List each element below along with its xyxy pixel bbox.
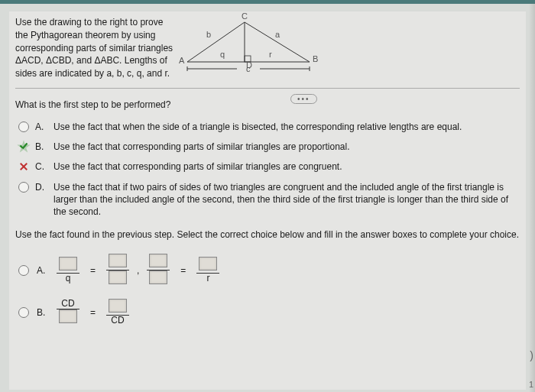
- fraction-num: CD: [59, 299, 76, 309]
- svg-line-1: [187, 22, 245, 62]
- option-D[interactable]: D. Use the fact that if two pairs of sid…: [18, 181, 520, 219]
- cross-icon: [18, 161, 29, 172]
- triangle-diagram: A B C D b a q r c: [183, 16, 336, 73]
- answer-box[interactable]: [59, 257, 77, 271]
- fraction-den: r: [204, 274, 212, 283]
- option-text: Use the fact that if two pairs of sides …: [54, 181, 520, 219]
- option-letter: B.: [37, 307, 49, 318]
- answer-box[interactable]: [199, 257, 217, 271]
- equals: =: [90, 265, 96, 276]
- right-edge-shadow: [529, 4, 535, 392]
- label-r: r: [269, 50, 272, 59]
- answer-box[interactable]: [149, 254, 167, 267]
- option-letter: B.: [35, 141, 47, 153]
- fraction-den: q: [63, 274, 73, 283]
- label-A: A: [179, 56, 184, 65]
- fraction-option-B[interactable]: B. CD = CD: [18, 299, 520, 326]
- equals: =: [180, 265, 186, 276]
- label-c: c: [246, 64, 251, 73]
- option-C[interactable]: C. Use the fact that corresponding parts…: [18, 160, 520, 173]
- fraction: CD: [106, 299, 129, 326]
- answer-box[interactable]: [109, 271, 127, 284]
- fraction-option-A[interactable]: A. q = , = r: [18, 254, 520, 287]
- answer-box[interactable]: [109, 254, 127, 267]
- option-letter: A.: [35, 121, 47, 133]
- fraction-den: CD: [109, 316, 126, 326]
- label-b: b: [206, 30, 211, 39]
- edge-paren: ): [530, 349, 533, 361]
- fraction: [106, 254, 129, 287]
- option-letter: A.: [37, 265, 49, 276]
- more-dots-pill[interactable]: •••: [290, 94, 317, 104]
- option-B[interactable]: B. Use the fact that corresponding parts…: [18, 141, 520, 153]
- label-B: B: [313, 54, 318, 63]
- comma: ,: [137, 265, 139, 276]
- option-letter: C.: [35, 160, 47, 173]
- radio-icon: [18, 307, 29, 318]
- corner-number: 1: [529, 380, 533, 389]
- answer-box[interactable]: [149, 271, 167, 284]
- radio-icon: [18, 121, 29, 132]
- option-text: Use the fact that when the side of a tri…: [54, 121, 520, 133]
- check-icon: [18, 141, 29, 152]
- instruction-2: Use the fact found in the previous step.…: [15, 228, 520, 241]
- equals: =: [90, 307, 96, 318]
- intro-text: Use the drawing to the right to prove th…: [15, 16, 176, 80]
- fraction: q: [57, 257, 79, 283]
- fraction: CD: [57, 299, 79, 326]
- label-q: q: [220, 50, 225, 59]
- option-A[interactable]: A. Use the fact that when the side of a …: [18, 121, 520, 133]
- svg-line-2: [245, 22, 310, 62]
- radio-icon: [18, 182, 29, 193]
- answer-box[interactable]: [109, 299, 127, 313]
- question-1: What is the first step to be performed?: [15, 99, 520, 110]
- option-text: Use the fact that corresponding parts of…: [54, 160, 520, 173]
- radio-icon: [18, 265, 29, 276]
- label-a: a: [275, 30, 280, 39]
- label-C: C: [242, 11, 248, 21]
- fraction: [147, 254, 170, 287]
- option-letter: D.: [35, 181, 47, 219]
- option-text: Use the fact that corresponding parts of…: [54, 141, 520, 153]
- divider: [15, 88, 520, 89]
- fraction: r: [196, 257, 219, 283]
- answer-box[interactable]: [59, 309, 77, 323]
